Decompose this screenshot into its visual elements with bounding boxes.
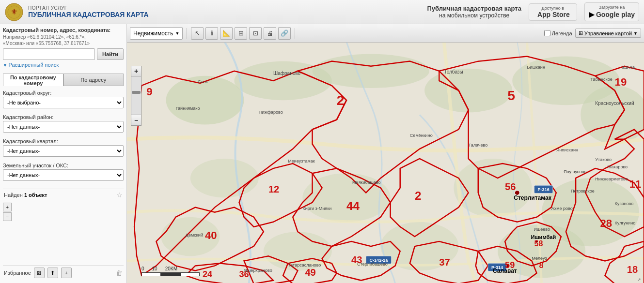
- toolbar-layers-btn[interactable]: ⊞: [235, 27, 247, 40]
- header-subtitle: ПОРТАЛ УСЛУГ: [28, 5, 149, 11]
- dropdown-arrow: ▼: [175, 31, 180, 36]
- svg-text:Ахме рово: Ахме рово: [551, 206, 573, 211]
- svg-text:24: 24: [203, 269, 212, 279]
- result-row: Найден 1 объект ☆: [3, 189, 124, 201]
- appstore-badge[interactable]: Доступно в App Store: [529, 3, 577, 21]
- result-text: Найден 1 объект: [4, 192, 47, 198]
- svg-text:Кирги з-Мияки: Кирги з-Мияки: [302, 206, 331, 211]
- svg-text:Демский: Демский: [186, 233, 203, 238]
- svg-text:Красноусольский: Красноусольский: [595, 101, 634, 106]
- toolbar-right: Легенда ⊞ Управление картой ▼: [544, 29, 641, 38]
- svg-text:40: 40: [205, 229, 217, 241]
- search-button[interactable]: Найти: [97, 48, 124, 60]
- search-input[interactable]: [3, 48, 95, 60]
- logo-emblem: ⚜: [5, 3, 23, 21]
- svg-text:Ишимбай: Ишимбай: [531, 234, 556, 240]
- izb-import-btn[interactable]: ⬆: [47, 268, 58, 278]
- svg-text:Нижфарово: Нижфарово: [259, 110, 283, 115]
- izbrannoye-row: Избранное 🖹 ⬆ +: [4, 268, 72, 278]
- svg-text:Бишкаин: Бишкаин: [527, 65, 545, 70]
- tab-cadastral-number[interactable]: По кадастровому номеру: [3, 74, 63, 86]
- toolbar-info-btn[interactable]: ℹ: [205, 27, 218, 40]
- rayon-label: Кадастровый район:: [3, 114, 124, 120]
- map-svg: Р-316 Р-314 С-142-2а 9 2 5 19 11 12 40 4…: [127, 43, 644, 283]
- toolbar-sep2: [295, 28, 295, 39]
- star-icon[interactable]: ☆: [116, 191, 123, 199]
- svg-text:8: 8: [539, 261, 544, 269]
- svg-text:19: 19: [615, 76, 627, 88]
- svg-text:Стерлибашево: Стерлибашево: [357, 262, 388, 267]
- legend-checkbox[interactable]: [544, 30, 550, 36]
- zoom-out-button[interactable]: −: [131, 115, 141, 126]
- izb-label: Избранное: [4, 270, 31, 276]
- rayon-select[interactable]: -Нет данных-: [3, 121, 124, 133]
- svg-text:Толбазы: Толбазы: [444, 69, 463, 74]
- svg-text:Шафраново: Шафраново: [273, 71, 301, 76]
- svg-text:5: 5: [507, 88, 515, 103]
- svg-point-10: [190, 159, 259, 198]
- toolbar-measure-btn[interactable]: 📐: [220, 27, 233, 40]
- svg-text:Таш-Ла: Таш-Ла: [620, 65, 635, 70]
- sidebar-zoom-out[interactable]: −: [3, 212, 12, 221]
- scale-visual: [141, 272, 200, 276]
- search-label: Кадастровый номер, адрес, координата:: [3, 27, 124, 33]
- legend-check[interactable]: Легенда: [544, 30, 572, 36]
- svg-text:Утаково: Утаково: [595, 157, 612, 162]
- svg-text:Татарсасланово: Татарсасланово: [288, 263, 321, 268]
- svg-text:Слак: Слак: [198, 79, 208, 84]
- svg-text:Ишеево: Ишеево: [534, 227, 550, 232]
- advanced-search-link[interactable]: Расширенный поиск: [3, 62, 124, 68]
- map-canvas[interactable]: Р-316 Р-314 С-142-2а 9 2 5 19 11 12 40 4…: [127, 43, 644, 283]
- manage-map-arrow: ▼: [633, 31, 638, 36]
- map-attribution: ↗: [637, 277, 641, 282]
- okrug-select[interactable]: -Не выбрано-: [3, 97, 124, 108]
- svg-text:18: 18: [627, 264, 638, 275]
- trash-icon[interactable]: 🗑: [116, 269, 123, 277]
- svg-text:Мелеуз: Мелеуз: [532, 256, 547, 261]
- svg-text:56: 56: [505, 181, 516, 192]
- googleplay-badge[interactable]: Загрузите на ▶ Google play: [584, 2, 639, 21]
- toolbar-cursor-btn[interactable]: ↖: [191, 27, 204, 40]
- search-hint: Например «61:6:10104:12», «61:6.*», «Мос…: [3, 34, 124, 46]
- bottom-tools: Избранное 🖹 ⬆ + 🗑: [3, 265, 124, 280]
- toolbar-search2-btn[interactable]: ⊡: [249, 27, 262, 40]
- svg-point-6: [313, 54, 430, 88]
- svg-text:28: 28: [600, 217, 612, 229]
- tab-address[interactable]: По адресу: [63, 74, 124, 86]
- header-left: ⚜ ПОРТАЛ УСЛУГ ПУБЛИЧНАЯ КАДАСТРОВАЯ КАР…: [5, 3, 149, 21]
- header: ⚜ ПОРТАЛ УСЛУГ ПУБЛИЧНАЯ КАДАСТРОВАЯ КАР…: [0, 0, 644, 24]
- svg-text:2: 2: [415, 190, 421, 203]
- rayon-section: Кадастровый район: -Нет данных-: [3, 114, 124, 135]
- svg-text:Янпискаин: Янпискаин: [556, 148, 578, 152]
- svg-text:Р-316: Р-316: [538, 187, 550, 192]
- svg-text:37: 37: [439, 257, 450, 268]
- zoom-slider-thumb: [132, 91, 141, 94]
- svg-text:Салават: Салават: [493, 268, 517, 274]
- izb-export-btn[interactable]: 🖹: [34, 268, 45, 278]
- zemelny-select[interactable]: -Нет данных-: [3, 169, 124, 181]
- header-promo: Публичная кадастровая карта на мобильном…: [427, 5, 521, 19]
- toolbar-sep1: [187, 28, 187, 39]
- googleplay-icon: ▶: [589, 10, 595, 19]
- search-row: Найти: [3, 48, 124, 60]
- kvartal-select[interactable]: -Нет данных-: [3, 145, 124, 157]
- svg-text:Табынское: Табынское: [590, 77, 612, 82]
- kvartal-label: Кадастровый квартал:: [3, 138, 124, 144]
- manage-map-btn[interactable]: ⊞ Управление картой ▼: [575, 29, 641, 38]
- svg-text:Стерлитамак: Стерлитамак: [514, 195, 552, 202]
- svg-text:Яшерхраново: Яшерхраново: [244, 268, 272, 273]
- sidebar: Кадастровый номер, адрес, координата: На…: [0, 24, 127, 283]
- search-section: Кадастровый номер, адрес, координата: На…: [3, 27, 124, 71]
- zoom-slider-track[interactable]: [131, 76, 141, 115]
- svg-text:Кулгунино: Кулгунино: [615, 221, 636, 225]
- zoom-in-button[interactable]: +: [131, 66, 141, 76]
- svg-text:11: 11: [629, 178, 642, 190]
- sidebar-zoom-in[interactable]: +: [3, 203, 12, 211]
- toolbar-print-btn[interactable]: 🖨: [264, 27, 276, 40]
- svg-text:Семёнкино: Семёнкино: [410, 133, 433, 138]
- map-container[interactable]: Недвижимость ▼ ↖ ℹ 📐 ⊞ ⊡ 🖨 🔗 Легенда ⊞ У…: [127, 24, 644, 283]
- nedvizhimost-dropdown[interactable]: Недвижимость ▼: [130, 27, 183, 40]
- izb-add-btn[interactable]: +: [61, 268, 72, 278]
- svg-text:49: 49: [305, 267, 315, 278]
- toolbar-link-btn[interactable]: 🔗: [278, 27, 291, 40]
